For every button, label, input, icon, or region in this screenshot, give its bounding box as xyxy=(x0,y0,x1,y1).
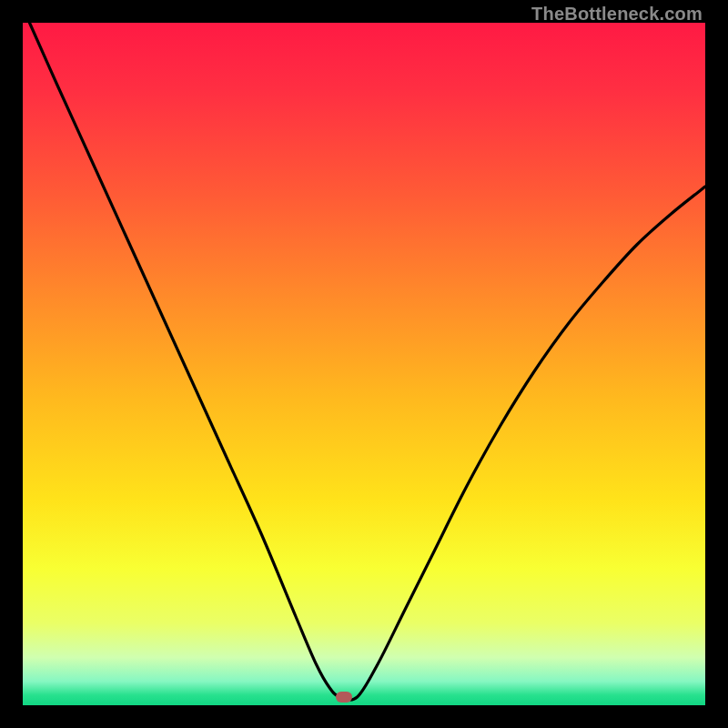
plot-area xyxy=(23,23,705,705)
minimum-marker xyxy=(336,692,352,703)
watermark-text: TheBottleneck.com xyxy=(531,4,703,25)
bottleneck-curve xyxy=(23,23,705,705)
chart-frame: TheBottleneck.com xyxy=(0,0,728,728)
